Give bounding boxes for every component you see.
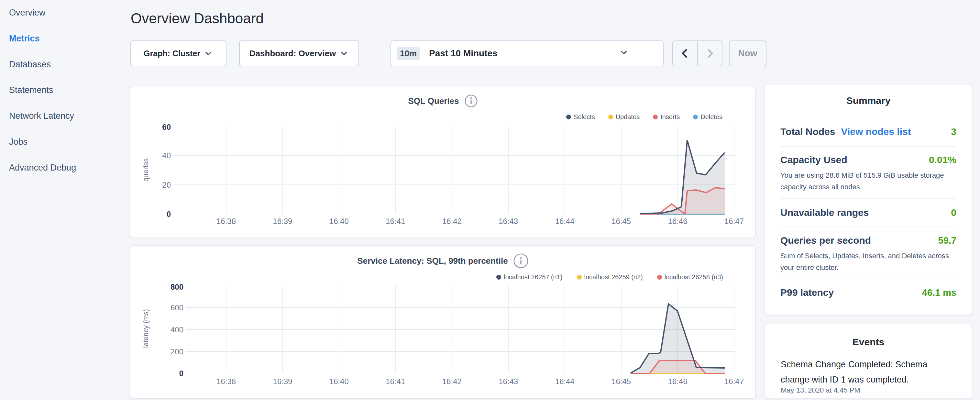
svg-text:16:43: 16:43	[499, 377, 518, 386]
svg-text:16:46: 16:46	[668, 217, 687, 226]
svg-text:800: 800	[170, 282, 183, 291]
svg-text:16:43: 16:43	[499, 217, 518, 226]
svg-text:16:44: 16:44	[555, 217, 574, 226]
svg-text:16:44: 16:44	[555, 377, 574, 386]
svg-text:16:45: 16:45	[611, 377, 631, 386]
svg-text:16:45: 16:45	[611, 217, 631, 226]
svg-text:600: 600	[170, 303, 183, 312]
svg-text:0: 0	[167, 210, 171, 218]
svg-text:20: 20	[162, 180, 171, 189]
svg-text:16:41: 16:41	[386, 377, 405, 386]
svg-text:16:39: 16:39	[273, 377, 292, 386]
svg-text:16:42: 16:42	[442, 217, 462, 226]
svg-text:16:38: 16:38	[216, 377, 236, 386]
svg-text:queries: queries	[142, 158, 150, 182]
svg-text:16:40: 16:40	[329, 217, 349, 226]
svg-text:16:46: 16:46	[668, 377, 687, 386]
svg-text:latency (ms): latency (ms)	[142, 309, 150, 348]
svg-text:16:41: 16:41	[386, 217, 405, 226]
svg-text:16:39: 16:39	[273, 217, 292, 226]
svg-text:16:38: 16:38	[216, 217, 236, 226]
svg-text:16:40: 16:40	[329, 377, 349, 386]
svg-text:400: 400	[170, 325, 183, 334]
svg-text:60: 60	[162, 123, 171, 131]
svg-text:200: 200	[170, 347, 183, 356]
svg-text:16:47: 16:47	[724, 377, 744, 386]
svg-text:0: 0	[179, 369, 183, 378]
svg-text:16:42: 16:42	[442, 377, 462, 386]
svg-text:16:47: 16:47	[724, 217, 744, 226]
svg-text:40: 40	[162, 151, 171, 160]
